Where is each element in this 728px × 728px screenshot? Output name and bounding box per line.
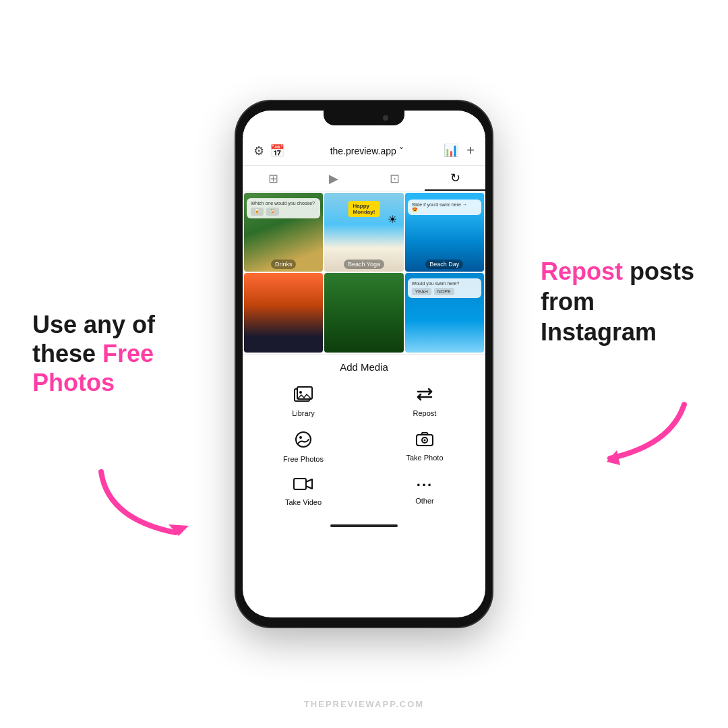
photo-grid: Which one would you choose? 🍺 🍹 Drinks H… bbox=[243, 191, 485, 354]
notch bbox=[324, 111, 404, 125]
happy-monday-badge: HappyMonday! bbox=[348, 201, 380, 217]
tab-refresh[interactable]: ↻ bbox=[425, 166, 485, 191]
add-media-sheet: Add Media Library bbox=[243, 354, 485, 517]
calendar-icon[interactable]: 📅 bbox=[270, 144, 284, 158]
photo-label-beach-day: Beach Day bbox=[425, 260, 463, 269]
left-text-line3: Photos bbox=[32, 369, 115, 396]
library-label: Library bbox=[292, 409, 315, 417]
stats-icon[interactable]: 📊 bbox=[444, 143, 458, 158]
toolbar-title[interactable]: the.preview.app ˅ bbox=[290, 146, 444, 156]
other-label: Other bbox=[415, 497, 434, 505]
phone-frame: ⚙ 📅 the.preview.app ˅ 📊 + ⊞ ▶ ⊡ ↻ Which … bbox=[236, 101, 492, 627]
free-photos-icon bbox=[295, 431, 312, 452]
home-bar bbox=[243, 517, 485, 535]
other-icon: ··· bbox=[417, 477, 433, 494]
media-grid: Library Repost bbox=[243, 380, 485, 513]
take-video-label: Take Video bbox=[285, 498, 322, 506]
media-item-library[interactable]: Library bbox=[243, 380, 364, 424]
watermark: THEPREVIEWAPP.COM bbox=[304, 699, 424, 709]
photo-cell-swim[interactable]: Would you swim here? YEAH NOPE bbox=[405, 273, 484, 352]
toolbar-right-icons: 📊 + bbox=[444, 143, 475, 158]
photo-label-beach-yoga: Beach Yoga bbox=[344, 260, 384, 269]
svg-point-4 bbox=[299, 391, 302, 394]
right-arrow-icon bbox=[583, 398, 691, 472]
left-text-pink: Free bbox=[102, 340, 154, 367]
camera-dot bbox=[383, 115, 388, 121]
photo-cell-beach-yoga[interactable]: HappyMonday! ☀ Beach Yoga bbox=[324, 193, 403, 272]
photo-cell-beach-day[interactable]: Slide if you'd swim here → 😍 Beach Day bbox=[405, 193, 484, 272]
photo-cell-sunset[interactable] bbox=[244, 273, 323, 352]
media-item-other[interactable]: ··· Other bbox=[364, 470, 485, 513]
svg-point-6 bbox=[299, 436, 302, 439]
poll-overlay-drinks: Which one would you choose? 🍺 🍹 bbox=[247, 198, 320, 218]
photo-label-drinks: Drinks bbox=[271, 260, 297, 269]
take-video-icon bbox=[293, 477, 313, 495]
library-icon bbox=[294, 386, 313, 406]
media-item-take-video[interactable]: Take Video bbox=[243, 470, 364, 513]
repost-icon bbox=[415, 386, 434, 406]
left-text-line2: these bbox=[32, 340, 102, 367]
phone-screen: ⚙ 📅 the.preview.app ˅ 📊 + ⊞ ▶ ⊡ ↻ Which … bbox=[243, 111, 485, 617]
repost-label: Repost bbox=[413, 409, 437, 417]
media-item-free-photos[interactable]: Free Photos bbox=[243, 424, 364, 470]
photo-cell-pineapple[interactable] bbox=[324, 273, 403, 352]
add-icon[interactable]: + bbox=[466, 143, 475, 158]
left-text-line1: Use any of bbox=[32, 311, 155, 338]
photo-cell-drinks[interactable]: Which one would you choose? 🍺 🍹 Drinks bbox=[244, 193, 323, 272]
media-item-take-photo[interactable]: Take Photo bbox=[364, 424, 485, 470]
right-text-block: Repost posts fromInstagram bbox=[541, 256, 696, 347]
add-media-title: Add Media bbox=[243, 361, 485, 373]
media-item-repost[interactable]: Repost bbox=[364, 380, 485, 424]
tab-grid[interactable]: ⊞ bbox=[243, 166, 303, 191]
sun-emoji: ☀ bbox=[388, 213, 397, 226]
tab-reel[interactable]: ▶ bbox=[303, 166, 364, 191]
notch-bar bbox=[243, 111, 485, 136]
free-photos-label: Free Photos bbox=[283, 455, 324, 463]
tab-stories[interactable]: ⊡ bbox=[364, 166, 425, 191]
home-bar-line bbox=[330, 524, 398, 527]
slide-overlay: Slide if you'd swim here → 😍 bbox=[408, 200, 481, 215]
right-text-pink: Repost bbox=[541, 257, 623, 285]
tab-bar: ⊞ ▶ ⊡ ↻ bbox=[243, 166, 485, 191]
app-toolbar: ⚙ 📅 the.preview.app ˅ 📊 + bbox=[243, 136, 485, 166]
take-photo-label: Take Photo bbox=[406, 454, 443, 462]
take-photo-icon bbox=[415, 431, 434, 451]
left-text-block: Use any of these Free Photos bbox=[32, 310, 194, 398]
svg-point-9 bbox=[424, 439, 426, 441]
svg-rect-10 bbox=[294, 479, 306, 489]
settings-icon[interactable]: ⚙ bbox=[253, 144, 264, 158]
poll-overlay-swim: Would you swim here? YEAH NOPE bbox=[408, 278, 481, 298]
left-arrow-icon bbox=[94, 465, 202, 546]
